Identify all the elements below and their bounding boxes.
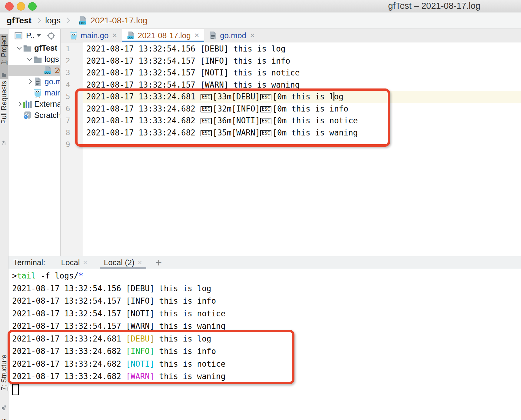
- tree-item-label: Scratches and Consoles: [34, 111, 61, 120]
- editor-area: main.go×LOG2021-08-17.log×go.mod× 12021-…: [61, 29, 521, 256]
- terminal-line: 2021-08-17 13:32:54.157 [WARN] this is w…: [12, 320, 521, 333]
- chevron-down-icon[interactable]: [25, 58, 33, 60]
- terminal-line: 2021-08-17 13:33:24.681 [DEBU] this is l…: [12, 333, 521, 345]
- line-text: 2021-08-17 13:32:54.157 [WARN] this is w…: [83, 79, 521, 91]
- line-number: 9: [61, 139, 83, 151]
- project-tree-item[interactable]: External Libraries: [8, 98, 60, 110]
- close-icon[interactable]: ×: [250, 31, 255, 40]
- tab-label: main.go: [81, 31, 109, 40]
- terminal-line: 2021-08-17 13:32:54.156 [DEBU] this is l…: [12, 282, 521, 295]
- project-view-dropdown[interactable]: P..: [26, 31, 41, 40]
- tool-window-button-project[interactable]: 1: Project: [0, 34, 8, 79]
- line-text: 2021-08-17 13:32:54.157 [NOTI] this is n…: [83, 67, 521, 79]
- editor-line[interactable]: 62021-08-17 13:33:24.682 ESC[32m[INFO]ES…: [61, 103, 521, 115]
- editor-tab-main-go[interactable]: main.go×: [65, 29, 122, 42]
- project-tree-item[interactable]: Scratches and Consoles: [8, 110, 60, 121]
- editor-line[interactable]: 42021-08-17 13:32:54.157 [WARN] this is …: [61, 79, 521, 91]
- zoom-window-button[interactable]: [28, 2, 37, 11]
- line-number: 5: [61, 91, 83, 103]
- chevron-right-icon[interactable]: [15, 102, 23, 106]
- libraries-icon: [23, 99, 32, 109]
- chevron-down-icon[interactable]: [15, 47, 23, 49]
- gopher-icon: [70, 31, 78, 40]
- mod-file-icon: [209, 31, 217, 40]
- project-tree-item[interactable]: gfTest: [8, 42, 60, 54]
- line-text: 2021-08-17 13:33:24.682 ESC[32m[INFO]ESC…: [83, 103, 521, 115]
- editor-line[interactable]: 12021-08-17 13:32:54.156 [DEBU] this is …: [61, 43, 521, 55]
- terminal-tab-bar: Terminal: Local×Local (2)× +: [8, 256, 521, 269]
- tool-window-button-pull-requests[interactable]: Pull Requests: [0, 81, 8, 148]
- line-text: 2021-08-17 13:33:24.681 ESC[33m[DEBU]ESC…: [83, 91, 521, 103]
- line-text: [83, 139, 521, 151]
- svg-text:LOG: LOG: [45, 71, 51, 74]
- scratches-icon: [23, 111, 32, 120]
- editor-tab-go-mod[interactable]: go.mod×: [204, 29, 260, 42]
- dropdown-arrow-icon: [37, 34, 41, 37]
- close-window-button[interactable]: [5, 2, 14, 11]
- project-tool-window: P.. gfTestlogsLOG2021-08-17.loggo.modmai…: [8, 29, 61, 256]
- editor-line[interactable]: 9: [61, 139, 521, 151]
- line-number: 1: [61, 43, 83, 55]
- terminal-tab-local[interactable]: Local×: [57, 256, 91, 269]
- project-tree-item[interactable]: main.go: [8, 87, 60, 98]
- project-folder-icon: [2, 72, 7, 77]
- esc-control-char: ESC: [201, 94, 212, 100]
- esc-control-char: ESC: [260, 130, 271, 136]
- log-file-icon: LOG: [44, 66, 52, 75]
- project-tree-item[interactable]: logs: [8, 54, 60, 65]
- tree-item-label: go.mod: [45, 77, 61, 86]
- line-number: 2: [61, 55, 83, 67]
- tool-window-button-structure[interactable]: 7: Structure: [0, 355, 8, 412]
- line-number: 4: [61, 79, 83, 91]
- close-icon[interactable]: ×: [83, 258, 88, 267]
- close-icon[interactable]: ×: [194, 31, 199, 40]
- log-file-icon: LOG: [127, 31, 135, 40]
- window-controls: [5, 2, 37, 11]
- project-tree-item[interactable]: go.mod: [8, 76, 60, 87]
- line-text: 2021-08-17 13:33:24.682 ESC[36m[NOTI]ESC…: [83, 115, 521, 127]
- editor-line[interactable]: 52021-08-17 13:33:24.681 ESC[33m[DEBU]ES…: [61, 91, 521, 103]
- editor-line[interactable]: 32021-08-17 13:32:54.157 [NOTI] this is …: [61, 67, 521, 79]
- chevron-right-icon[interactable]: [25, 80, 33, 83]
- terminal-line: 2021-08-17 13:32:54.157 [INFO] this is i…: [12, 295, 521, 308]
- terminal-line: 2021-08-17 13:33:24.682 [NOTI] this is n…: [12, 358, 521, 371]
- esc-control-char: ESC: [260, 94, 271, 100]
- left-tool-window-bar: 1: Project Pull Requests 7: Structure s: [0, 29, 8, 420]
- close-icon[interactable]: ×: [138, 258, 142, 267]
- tree-item-label: main.go: [45, 88, 61, 98]
- terminal-tab-local-2-[interactable]: Local (2)×: [100, 256, 146, 269]
- titlebar: gfTest – 2021-08-17.log: [0, 0, 521, 12]
- minimize-window-button[interactable]: [17, 2, 25, 11]
- editor-line[interactable]: 22021-08-17 13:32:54.157 [INFO] this is …: [61, 55, 521, 67]
- pull-requests-icon: [2, 141, 7, 146]
- locate-file-button[interactable]: [47, 32, 55, 40]
- project-panel-header: P..: [8, 29, 60, 42]
- editor-body[interactable]: 12021-08-17 13:32:54.156 [DEBU] this is …: [61, 42, 521, 256]
- tree-item-label: External Libraries: [34, 99, 61, 109]
- terminal-line: 2021-08-17 13:33:24.682 [WARN] this is w…: [12, 370, 521, 383]
- terminal-tab-label: Local (2): [104, 258, 134, 267]
- breadcrumb-folder[interactable]: logs: [45, 16, 61, 25]
- breadcrumb-project[interactable]: gfTest: [7, 16, 32, 25]
- terminal-tab-label: Local: [61, 258, 80, 267]
- line-text: 2021-08-17 13:33:24.682 ESC[35m[WARN]ESC…: [83, 127, 521, 139]
- close-icon[interactable]: ×: [112, 31, 117, 40]
- editor-tab-2021-08-17-log[interactable]: LOG2021-08-17.log×: [122, 29, 204, 42]
- project-tree-item[interactable]: LOG2021-08-17.log: [8, 65, 60, 76]
- editor-line[interactable]: 72021-08-17 13:33:24.682 ESC[36m[NOTI]ES…: [61, 115, 521, 127]
- breadcrumb-file[interactable]: 2021-08-17.log: [90, 16, 147, 25]
- tab-label: go.mod: [220, 31, 246, 40]
- editor-line[interactable]: 82021-08-17 13:33:24.682 ESC[35m[WARN]ES…: [61, 127, 521, 139]
- tool-window-button-cropped[interactable]: s: [0, 418, 8, 420]
- chevron-right-icon: [36, 18, 40, 22]
- mod-file-icon: [33, 77, 42, 86]
- svg-text:LOG: LOG: [128, 36, 133, 39]
- line-number: 3: [61, 67, 83, 79]
- terminal-title: Terminal:: [13, 258, 45, 267]
- svg-text:LOG: LOG: [79, 21, 86, 24]
- terminal-output[interactable]: >tail -f logs/*2021-08-17 13:32:54.156 […: [8, 269, 521, 395]
- structure-icon: [2, 405, 7, 410]
- line-text: 2021-08-17 13:32:54.156 [DEBU] this is l…: [83, 43, 521, 55]
- tree-item-label: logs: [45, 55, 59, 64]
- new-terminal-tab-button[interactable]: +: [155, 257, 162, 268]
